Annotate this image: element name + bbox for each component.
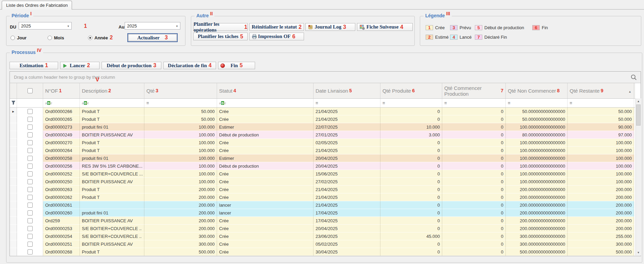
fiche-suiveuse-button[interactable]: Fiche Suiveuse4: [357, 23, 413, 31]
row-checkbox[interactable]: [28, 179, 33, 184]
column-header-date-livraison[interactable]: Date Livraison5: [314, 83, 380, 98]
table-row[interactable]: Ord00000260produit fini 01200.000lancer1…: [10, 209, 635, 217]
scrollbar-thumb[interactable]: [636, 105, 641, 126]
row-checkbox[interactable]: [28, 117, 33, 122]
filter-cell-qte-restante[interactable]: =: [568, 99, 634, 107]
column-header-description[interactable]: Description2: [80, 83, 144, 98]
table-row[interactable]: Ord00000265Produit T50.000Crée21/04/2025…: [10, 115, 635, 123]
fin-button[interactable]: Fin5: [218, 62, 255, 69]
annotation-2: 2: [110, 35, 113, 41]
table-row[interactable]: Ord00000256RES 3W 5% 15R CARBONE...100.0…: [10, 162, 635, 170]
from-label: DU: [10, 24, 16, 30]
filter-funnel-icon[interactable]: [11, 100, 16, 106]
row-checkbox[interactable]: [28, 109, 33, 114]
legend-label: Déclaré Fin: [484, 35, 507, 40]
tab-bar: Liste des Ordres de Fabrication: [0, 0, 644, 10]
filter-cell-qte-commencer-production[interactable]: =: [442, 99, 506, 107]
search-icon[interactable]: [630, 74, 637, 81]
row-checkbox[interactable]: [28, 187, 33, 192]
lancer-button[interactable]: Lancer2: [60, 62, 100, 69]
column-header-qte-produite[interactable]: Qté Produite6: [380, 83, 442, 98]
row-select-cell: [17, 193, 43, 201]
to-year-combobox[interactable]: 2025 ▼: [125, 22, 180, 30]
table-row[interactable]: Ord00000273produit fini 01100.000Estimer…: [10, 123, 635, 131]
column-header-row-indicator[interactable]: [10, 83, 17, 98]
table-row[interactable]: Ord00000270Produit T100.000Crée02/05/202…: [10, 139, 635, 147]
column-header-select[interactable]: [17, 83, 43, 98]
table-row[interactable]: Ord00000250BOITIER PUISSANCE AV100.000Cr…: [10, 178, 635, 186]
filter-cell-row-indicator[interactable]: [10, 99, 17, 107]
row-checkbox[interactable]: [28, 226, 33, 231]
row-checkbox[interactable]: [28, 148, 33, 153]
table-row[interactable]: Ord00000262Produit T200.000Crée21/04/202…: [10, 193, 635, 201]
table-row[interactable]: Ord259BOITIER PUISSANCE AV200.000Crée17/…: [10, 217, 635, 225]
from-year-combobox[interactable]: 2025 ▼: [19, 22, 72, 30]
column-header-qte[interactable]: Qté3: [144, 83, 217, 98]
scroll-down-icon[interactable]: ▼: [636, 250, 641, 256]
filter-cell-date-livraison[interactable]: =: [314, 99, 380, 107]
row-checkbox[interactable]: [28, 156, 33, 161]
column-header-qte-commencer-production[interactable]: Qté Commencer Production7: [442, 83, 506, 98]
filter-cell-nof[interactable]: aBc: [43, 99, 80, 107]
table-row[interactable]: Ord00000252S/E BOITIER+COUVERCLE ...100.…: [10, 170, 635, 178]
filter-cell-description[interactable]: aBc: [80, 99, 144, 107]
filter-cell-qte[interactable]: =: [144, 99, 217, 107]
table-row[interactable]: Ord00000254S/E BOITIER+COUVERCLE ..300.0…: [10, 232, 635, 240]
filter-text-icon: aBc: [45, 101, 52, 105]
row-checkbox[interactable]: [28, 171, 33, 176]
radio-mois[interactable]: Mois: [48, 35, 64, 40]
row-checkbox[interactable]: [28, 218, 33, 223]
filter-cell-statut[interactable]: aBc: [217, 99, 314, 107]
chevron-down-icon[interactable]: ▼: [67, 25, 70, 28]
filter-cell-qte-produite[interactable]: =: [380, 99, 442, 107]
table-row[interactable]: Ord00000249BOITIER PUISSANCE AV100.000Dé…: [10, 131, 635, 139]
select-all-checkbox[interactable]: [28, 88, 33, 93]
cell-qte-non-commencer: 200.000000000000000: [506, 209, 568, 217]
chevron-down-icon[interactable]: ▼: [176, 25, 178, 28]
radio-annee[interactable]: Année: [88, 35, 108, 40]
table-row[interactable]: Ord00000261200.000lancer21/04/202500200.…: [10, 201, 635, 209]
column-header-qte-restante[interactable]: Qté Restante9▲: [568, 83, 634, 98]
row-checkbox[interactable]: [28, 210, 33, 215]
column-header-statut[interactable]: Statut4: [217, 83, 314, 98]
row-checkbox[interactable]: [28, 234, 33, 239]
debut-production-button[interactable]: Début de production3: [102, 62, 161, 69]
radio-jour[interactable]: Jour: [11, 35, 26, 40]
table-row[interactable]: ▸Ord00000266Produit T50.000Crée21/04/202…: [10, 108, 635, 115]
sort-ascending-icon[interactable]: ▲: [628, 89, 631, 95]
row-checkbox[interactable]: [28, 195, 33, 200]
actualiser-button[interactable]: Actualiser 3: [127, 33, 178, 42]
row-checkbox[interactable]: [28, 164, 33, 169]
declaration-fin-label: Déclaration de fin: [168, 63, 207, 69]
table-row[interactable]: Ord00000264Produit T100.000Crée21/04/202…: [10, 147, 635, 154]
group-by-panel[interactable]: Drag a column header here to group by th…: [10, 72, 641, 83]
table-row[interactable]: Ord00000251BOITIER PUISSANCE AV300.000Cr…: [10, 240, 635, 248]
filter-cell-qte-non-commencer[interactable]: =: [506, 99, 568, 107]
planifier-operations-button[interactable]: Planifier les opérations1: [193, 23, 248, 31]
tab-liste-ordres-fabrication[interactable]: Liste des Ordres de Fabrication: [2, 1, 72, 10]
column-header-qte-non-commencer[interactable]: Qté Non Commencer8: [506, 83, 568, 98]
row-checkbox[interactable]: [28, 249, 33, 254]
scroll-up-icon[interactable]: ▲: [636, 98, 641, 104]
planifier-taches-button[interactable]: Planifier les tâches5: [193, 33, 248, 40]
table-row[interactable]: Ord00000268Produit T500.000Crée30/04/202…: [10, 248, 635, 256]
declaration-fin-button[interactable]: Déclaration de fin4: [163, 62, 216, 69]
table-row[interactable]: Ord00000258produit fini 01100.000Estimer…: [10, 154, 635, 162]
row-checkbox[interactable]: [28, 132, 33, 137]
vertical-scrollbar[interactable]: ▲ ▼: [636, 98, 641, 256]
filter-cell-select[interactable]: [17, 99, 43, 107]
column-header-nof[interactable]: N°OF1: [43, 83, 80, 98]
table-row[interactable]: Ord00000253S/E BOITIER+COUVERCLE ..200.0…: [10, 225, 635, 232]
journal-log-button[interactable]: Journal Log3: [305, 23, 355, 31]
row-checkbox[interactable]: [28, 242, 33, 247]
estimation-button[interactable]: Estimation1: [10, 62, 58, 69]
cell-qte-produite: 0: [380, 209, 442, 217]
table-row[interactable]: Ord00000263Produit T200.000Crée21/04/202…: [10, 186, 635, 193]
row-checkbox[interactable]: [28, 125, 33, 130]
impression-of-button[interactable]: Impression OF6: [249, 33, 304, 40]
row-checkbox[interactable]: [28, 203, 33, 208]
cell-qte-commencer-production: 0: [442, 248, 506, 256]
cell-qte-produite: 0: [380, 178, 442, 186]
row-checkbox[interactable]: [28, 140, 33, 145]
reinitialiser-statut-button[interactable]: Réinitialiser le statut2: [249, 23, 304, 31]
